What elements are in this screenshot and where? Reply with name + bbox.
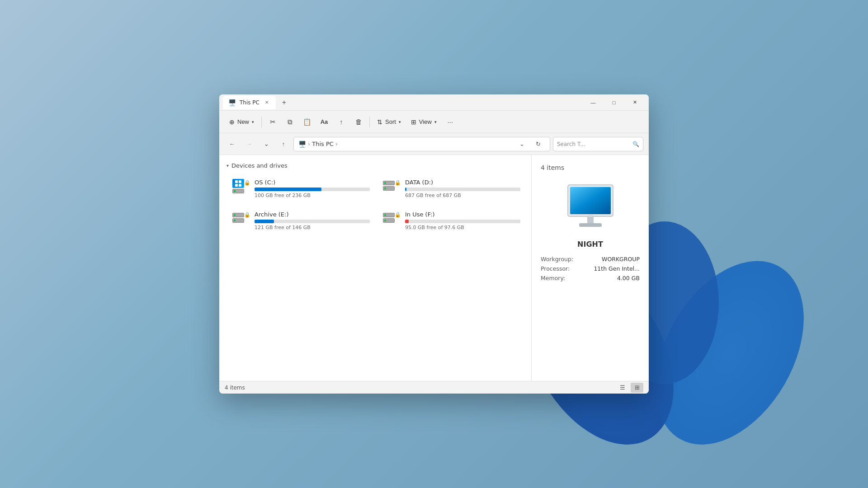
address-sep2: ›	[335, 141, 338, 147]
address-sep: ›	[308, 141, 310, 147]
view-icon: ⊞	[411, 118, 416, 126]
search-box[interactable]: Search T... 🔍	[553, 137, 643, 151]
tab-this-pc[interactable]: 🖥️ This PC ✕	[223, 96, 276, 109]
address-pc-icon: 🖥️	[298, 141, 306, 148]
tab-pc-icon: 🖥️	[228, 99, 236, 106]
view-button[interactable]: ⊞ View ▾	[406, 114, 441, 130]
drive-e-bar-container	[255, 220, 370, 223]
tab-label: This PC	[240, 99, 259, 106]
new-button-label: New	[237, 118, 249, 125]
devices-drives-section-header[interactable]: ▾ Devices and drives	[226, 162, 524, 169]
drive-e-space: 121 GB free of 146 GB	[255, 225, 370, 230]
address-path: 🖥️ › This PC ›	[298, 141, 338, 148]
rename-button[interactable]: Aa	[316, 114, 332, 130]
section-title: Devices and drives	[231, 162, 288, 169]
search-icon: 🔍	[632, 141, 639, 147]
drive-item-f[interactable]: 🔒 In Use (F:)	[379, 207, 524, 234]
sort-button[interactable]: ⇅ Sort ▾	[373, 114, 406, 130]
file-list: ▾ Devices and drives	[219, 155, 531, 381]
status-bar: 4 items ☰ ⊞	[219, 381, 649, 394]
drive-c-info: OS (C:) 100 GB free of 236 GB	[255, 179, 370, 198]
memory-row: Memory: 4.00 GB	[541, 275, 640, 282]
drive-e-bar-fill	[255, 220, 274, 223]
drive-d-info: DATA (D:) 687 GB free of 687 GB	[405, 179, 520, 198]
tab-close-button[interactable]: ✕	[263, 99, 270, 106]
new-chevron-icon: ▾	[252, 120, 254, 124]
drive-c-bar-container	[255, 188, 370, 191]
pc-monitor-svg	[566, 183, 615, 232]
minimize-button[interactable]: ―	[583, 95, 604, 110]
drive-item-c[interactable]: 🔒 OS (C:)	[228, 175, 373, 202]
info-panel: 4 items	[531, 155, 649, 381]
new-button[interactable]: ⊕ New ▾	[225, 114, 259, 130]
workgroup-label: Workgroup:	[541, 256, 573, 263]
search-box-placeholder: Search T...	[557, 141, 630, 147]
toolbar-separator-2	[369, 117, 370, 127]
back-button[interactable]: ←	[225, 137, 239, 151]
address-refresh-button[interactable]: ↻	[531, 137, 545, 151]
memory-value: 4.00 GB	[617, 275, 640, 282]
sort-icon: ⇅	[377, 118, 382, 126]
window-controls: ― □ ✕	[583, 95, 645, 110]
drive-d-bar-fill	[405, 188, 406, 191]
new-tab-button[interactable]: +	[278, 96, 290, 109]
status-view-controls: ☰ ⊞	[616, 383, 643, 393]
up-button[interactable]: ↑	[276, 137, 291, 151]
processor-value: 11th Gen Intel...	[594, 265, 640, 272]
address-input[interactable]: 🖥️ › This PC › ⌄ ↻	[293, 137, 550, 151]
copy-icon: ⧉	[288, 118, 292, 126]
recent-locations-button[interactable]: ⌄	[259, 137, 274, 151]
drive-c-bar-fill	[255, 188, 321, 191]
workgroup-value: WORKGROUP	[602, 256, 640, 263]
drive-d-name: DATA (D:)	[405, 179, 520, 186]
info-items-count: 4 items	[541, 164, 564, 171]
delete-icon: 🗑	[355, 118, 362, 126]
toolbar: ⊕ New ▾ ✂ ⧉ 📋 Aa ↑ 🗑 ⇅ Sort ▾ ⊞	[219, 111, 649, 133]
more-icon: ···	[448, 118, 453, 126]
main-content: ▾ Devices and drives	[219, 155, 649, 381]
file-explorer-window: 🖥️ This PC ✕ + ― □ ✕ ⊕ New ▾ ✂ ⧉ 📋 Aa	[219, 94, 649, 394]
delete-button[interactable]: 🗑	[350, 114, 367, 130]
copy-button[interactable]: ⧉	[282, 114, 298, 130]
paste-button[interactable]: 📋	[299, 114, 315, 130]
view-label: View	[419, 118, 432, 125]
address-bar: ← → ⌄ ↑ 🖥️ › This PC › ⌄ ↻ Search T... 🔍	[219, 133, 649, 155]
drive-c-icon-container: 🔒	[232, 179, 250, 195]
drive-d-icon-container: 🔒	[382, 179, 401, 195]
share-button[interactable]: ↑	[333, 114, 349, 130]
section-chevron-icon: ▾	[226, 163, 229, 168]
rename-icon: Aa	[321, 118, 328, 125]
drive-e-name: Archive (E:)	[255, 211, 370, 218]
drive-f-icon-container: 🔒	[382, 211, 401, 227]
maximize-button[interactable]: □	[604, 95, 624, 110]
address-path-label: This PC	[312, 141, 334, 147]
svg-rect-9	[579, 223, 602, 227]
processor-label: Processor:	[541, 265, 570, 272]
address-dropdown-button[interactable]: ⌄	[514, 137, 529, 151]
drive-item-d[interactable]: 🔒 DATA (D:)	[379, 175, 524, 202]
grid-view-button[interactable]: ⊞	[631, 383, 643, 393]
share-icon: ↑	[340, 118, 343, 126]
pc-name: NIGHT	[577, 240, 603, 249]
drive-f-bar-fill	[405, 220, 409, 223]
forward-button[interactable]: →	[242, 137, 256, 151]
close-button[interactable]: ✕	[624, 95, 645, 110]
list-view-button[interactable]: ☰	[616, 383, 629, 393]
drive-item-e[interactable]: 🔒 Archive (E:)	[228, 207, 373, 234]
drive-c-name: OS (C:)	[255, 179, 370, 186]
address-controls: ⌄ ↻	[514, 137, 545, 151]
drive-e-icon-container: 🔒	[232, 211, 250, 227]
toolbar-separator-1	[261, 117, 262, 127]
svg-rect-8	[587, 216, 594, 224]
drives-grid: 🔒 OS (C:)	[226, 175, 524, 234]
status-items-label: 4 items	[225, 385, 245, 391]
cut-icon: ✂	[270, 118, 276, 126]
cut-button[interactable]: ✂	[264, 114, 281, 130]
drive-d-space: 687 GB free of 687 GB	[405, 192, 520, 198]
sort-chevron-icon: ▾	[399, 120, 401, 124]
drive-e-info: Archive (E:) 121 GB free of 146 GB	[255, 211, 370, 230]
svg-point-2	[625, 235, 823, 470]
more-button[interactable]: ···	[442, 114, 458, 130]
memory-label: Memory:	[541, 275, 565, 282]
pc-details: Workgroup: WORKGROUP Processor: 11th Gen…	[541, 256, 640, 284]
